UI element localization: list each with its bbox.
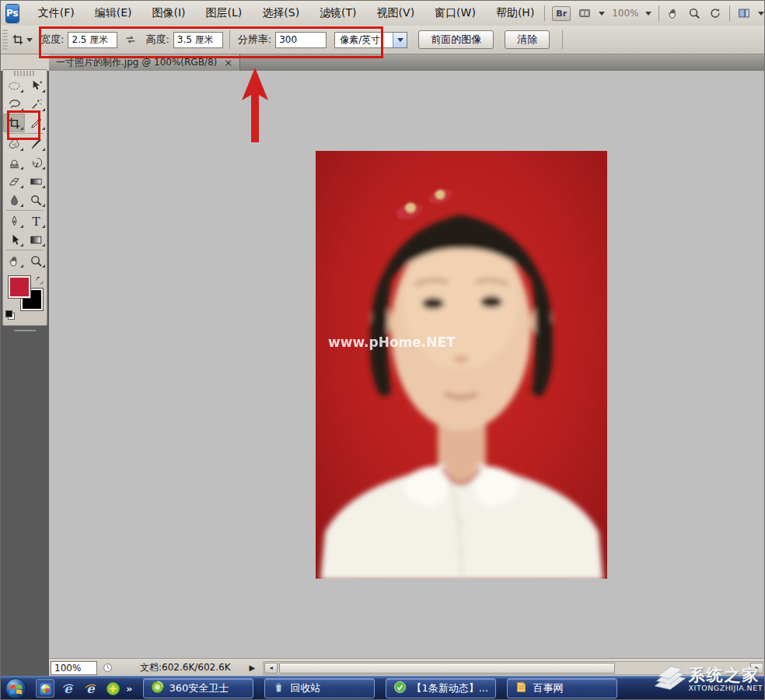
eraser-tool[interactable] [3, 172, 25, 191]
taskbar-button[interactable]: 360安全卫士 [143, 678, 253, 698]
menu-item[interactable]: 帮助(H) [486, 6, 544, 20]
blur-tool[interactable] [3, 191, 25, 209]
view-extras-icon[interactable] [578, 6, 592, 20]
menubar-right-controls: Br 100% [544, 5, 765, 21]
browser-360-icon[interactable] [37, 680, 54, 697]
chevron-down-icon[interactable] [758, 12, 764, 19]
patch-tool[interactable] [3, 135, 25, 153]
swap-colors-icon[interactable] [35, 274, 44, 289]
width-input[interactable]: 2.5 厘米 [68, 32, 117, 48]
menu-bar: Ps 文件(F)编辑(E)图像(I)图层(L)选择(S)滤镜(T)视图(V)窗口… [1, 1, 765, 26]
pen-tool[interactable] [3, 212, 25, 230]
taskbar-button-label: 百事网 [533, 681, 563, 695]
brush-tool[interactable] [25, 135, 47, 153]
hand-tool[interactable] [3, 251, 25, 270]
menu-item[interactable]: 滤镜(T) [309, 6, 366, 20]
scroll-right-arrow[interactable]: ▸ [750, 663, 763, 674]
menu-item[interactable]: 窗口(W) [424, 6, 486, 20]
windows-taskbar: ee » 360安全卫士回收站【1条新动态】...百事网 [1, 676, 765, 700]
type-tool[interactable]: T [25, 212, 47, 230]
color-swatches [3, 272, 47, 322]
recycle-bin-icon [272, 681, 285, 696]
svg-text:T: T [32, 214, 40, 228]
horizontal-scrollbar[interactable]: ◂ ▸ [263, 661, 765, 675]
elliptical-marquee-tool[interactable] [3, 76, 25, 95]
photo-watermark: www.pHome.NET [328, 334, 456, 350]
photoshop-app-icon[interactable]: Ps [6, 5, 19, 23]
default-colors-icon[interactable] [5, 310, 15, 320]
toolbox-grip[interactable] [14, 71, 36, 76]
swap-dimensions-icon[interactable] [124, 33, 138, 47]
quick-launch-bar: ee [37, 680, 121, 697]
document-tab[interactable]: 一寸照片的制作.jpg @ 100%(RGB/8) × [49, 54, 240, 71]
quick-launch-overflow[interactable]: » [126, 683, 132, 695]
toolbox-separator [6, 210, 44, 211]
start-button[interactable] [5, 677, 27, 700]
history-brush-tool[interactable] [25, 153, 47, 172]
chevron-down-icon[interactable] [599, 12, 605, 19]
foreground-color-swatch[interactable] [9, 276, 30, 298]
close-icon[interactable]: × [224, 57, 232, 68]
ie-icon[interactable]: e [59, 680, 76, 697]
toolbox-separator [6, 250, 44, 250]
menubar-divider [544, 5, 545, 21]
clear-button[interactable]: 清除 [505, 30, 550, 49]
document-title: 一寸照片的制作.jpg @ 100%(RGB/8) [56, 56, 217, 69]
status-flyout-arrow[interactable]: ▶ [250, 663, 256, 672]
chevron-down-icon[interactable] [645, 12, 651, 19]
tool-grid: T [3, 76, 47, 270]
crop-tool-preset-icon[interactable] [11, 33, 25, 47]
safe-360-icon[interactable] [104, 680, 121, 697]
lasso-tool[interactable] [3, 95, 25, 114]
taskbar-button[interactable]: 百事网 [507, 678, 617, 698]
status-zoom-input[interactable]: 100% [51, 661, 97, 675]
rotate-view-icon[interactable] [708, 6, 722, 20]
hand-tool-icon[interactable] [666, 6, 680, 20]
toolbox-footer-line [14, 330, 36, 331]
explorer-icon[interactable]: e [82, 680, 99, 697]
dropdown-arrow-button[interactable] [393, 33, 407, 47]
options-divider [562, 30, 563, 49]
clone-stamp-tool[interactable] [3, 153, 25, 172]
taskbar-buttons: 360安全卫士回收站【1条新动态】...百事网 [132, 678, 617, 698]
note-orange-icon [515, 681, 528, 696]
menu-item[interactable]: 选择(S) [252, 6, 309, 20]
chevron-down-icon[interactable] [26, 38, 33, 45]
zoom-level-display[interactable]: 100% [612, 8, 638, 19]
gradient-tool[interactable] [25, 172, 47, 191]
menu-item[interactable]: 图像(I) [142, 6, 196, 20]
resolution-unit-dropdown[interactable]: 像素/英寸 [334, 32, 407, 48]
feed-green-icon [393, 681, 407, 696]
menu-item[interactable]: 编辑(E) [85, 6, 142, 20]
svg-text:e: e [86, 681, 96, 696]
photoshop-window: Ps 文件(F)编辑(E)图像(I)图层(L)选择(S)滤镜(T)视图(V)窗口… [0, 0, 765, 700]
options-bar-grip[interactable] [2, 30, 8, 50]
scroll-left-arrow[interactable]: ◂ [264, 663, 278, 674]
path-selection-tool[interactable] [3, 230, 25, 249]
zoom-tool-icon[interactable] [687, 6, 701, 20]
menu-item[interactable]: 图层(L) [196, 6, 253, 20]
scrollbar-thumb[interactable] [279, 663, 615, 674]
taskbar-button[interactable]: 【1条新动态】... [386, 678, 496, 698]
clock-icon[interactable] [102, 662, 114, 674]
taskbar-button-label: 回收站 [290, 681, 320, 695]
menu-items: 文件(F)编辑(E)图像(I)图层(L)选择(S)滤镜(T)视图(V)窗口(W)… [28, 6, 545, 20]
menu-item[interactable]: 视图(V) [367, 6, 425, 20]
dodge-tool[interactable] [25, 191, 47, 209]
height-input[interactable]: 3.5 厘米 [173, 32, 223, 48]
height-label: 高度: [145, 33, 169, 47]
crop-tool[interactable] [3, 114, 25, 132]
front-image-button[interactable]: 前面的图像 [418, 30, 494, 49]
launch-bridge-button[interactable]: Br [552, 6, 571, 21]
taskbar-button[interactable]: 回收站 [264, 678, 375, 698]
menubar-divider [729, 5, 730, 21]
magic-wand-tool[interactable] [25, 95, 47, 114]
move-tool[interactable] [25, 76, 47, 95]
zoom-tool[interactable] [25, 251, 47, 270]
resolution-input[interactable]: 300 [275, 32, 327, 48]
menu-item[interactable]: 文件(F) [28, 6, 85, 20]
arrange-documents-icon[interactable] [737, 6, 751, 20]
shape-tool[interactable] [25, 230, 47, 249]
id-photo[interactable]: www.pHome.NET [316, 151, 607, 579]
eyedropper-tool[interactable] [25, 114, 47, 132]
